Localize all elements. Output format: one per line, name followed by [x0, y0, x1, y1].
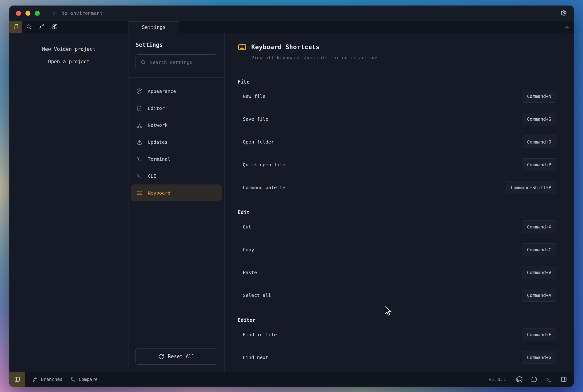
statusbar-compare[interactable]: Compare [70, 376, 98, 382]
terminal-icon [136, 156, 142, 162]
shortcut-label: Quick open file [243, 162, 286, 168]
download-icon [136, 139, 142, 145]
shortcut-label: Copy [243, 247, 254, 252]
sidebar-item-terminal[interactable]: Terminal [131, 150, 222, 168]
git-compare-icon [70, 376, 76, 382]
statusbar-compare-label: Compare [79, 377, 98, 382]
shortcut-badge: Command+Shift+P [506, 181, 556, 194]
sidebar-item-label: Keyboard [148, 190, 170, 196]
header-divider [238, 68, 556, 68]
zoom-window-button[interactable] [35, 11, 40, 16]
shortcut-badge: Command+N [522, 90, 556, 102]
shortcut-label: Paste [243, 270, 257, 275]
chevron-right-icon [51, 10, 56, 16]
shortcut-label: Find next [243, 354, 268, 360]
page-subtitle: View all keyboard shortcuts for quick ac… [251, 55, 556, 60]
github-icon[interactable] [516, 376, 522, 382]
shortcut-badge: Command+C [522, 243, 556, 256]
palette-icon [136, 88, 142, 94]
git-branch-icon [32, 376, 38, 382]
settings-category-list: Appearance Editor Network [128, 78, 224, 202]
statusbar-branches[interactable]: Branches [32, 376, 62, 382]
section-title-file: File [238, 79, 556, 85]
shortcut-label: Select all [243, 292, 271, 298]
search-button[interactable] [22, 21, 35, 33]
shortcut-row: Save file Command+S [238, 108, 556, 130]
terminal-icon[interactable] [546, 376, 552, 382]
files-button[interactable] [10, 21, 22, 33]
open-project-link[interactable]: Open a project [10, 56, 128, 68]
sidebar-item-network[interactable]: Network [131, 117, 222, 134]
settings-panel-title: Settings [136, 42, 218, 48]
section-title-edit: Edit [238, 210, 556, 215]
shortcut-row: Select all Command+A [238, 284, 556, 306]
shortcut-row: Quick open file Command+P [238, 153, 556, 176]
shortcut-label: Cut [243, 224, 251, 230]
shortcut-row: New file Command+N [238, 85, 556, 108]
shortcut-badge: Command+P [522, 158, 556, 171]
shortcut-row: Paste Command+V [238, 261, 556, 284]
sidebar-item-label: Editor [148, 106, 165, 111]
shortcut-row: Cut Command+X [238, 215, 556, 238]
shortcut-badge: Command+V [522, 266, 556, 279]
shortcut-label: New file [243, 94, 266, 99]
tab-settings[interactable]: Settings [128, 21, 179, 33]
shortcut-badge: Command+O [522, 136, 556, 148]
shortcut-row: Find next Command+G [238, 346, 556, 369]
shortcut-badge: Command+A [522, 289, 556, 302]
reset-all-button[interactable]: Reset All [136, 348, 218, 365]
activity-bar [10, 21, 128, 33]
page-title: Keyboard Shortcuts [251, 44, 320, 50]
blocks-icon [52, 24, 58, 30]
status-bar: Branches Compare v1.0.1 [10, 372, 574, 386]
shortcut-label: Command palette [243, 185, 286, 190]
file-text-icon [136, 105, 142, 111]
sidebar-item-updates[interactable]: Updates [131, 134, 222, 150]
extensions-button[interactable] [48, 21, 61, 33]
sidebar-item-editor[interactable]: Editor [131, 100, 222, 117]
shortcut-row: Copy Command+C [238, 238, 556, 261]
settings-search-input[interactable] [150, 60, 212, 65]
sidebar-item-appearance[interactable]: Appearance [131, 83, 222, 100]
network-icon [136, 122, 142, 128]
terminal-icon [136, 173, 142, 179]
settings-sidebar: Settings Appearance [128, 33, 225, 372]
app-window: No environment [10, 6, 574, 386]
branches-button[interactable] [35, 21, 48, 33]
panel-right-icon[interactable] [561, 376, 567, 382]
sidebar-item-label: Terminal [148, 156, 170, 162]
shortcut-row: Command palette Command+Shift+P [238, 176, 556, 199]
sidebar-item-label: Network [148, 122, 168, 128]
reset-all-label: Reset All [168, 354, 195, 359]
shortcut-label: Save file [243, 116, 268, 122]
shortcut-badge: Command+X [522, 220, 556, 233]
new-project-link[interactable]: New Voiden project [10, 43, 128, 56]
keyboard-shortcuts-panel: Keyboard Shortcuts View all keyboard sho… [225, 33, 574, 372]
keyboard-icon [136, 190, 142, 196]
minimize-window-button[interactable] [26, 11, 30, 16]
git-branch-icon [39, 24, 45, 30]
shortcut-label: Open folder [243, 139, 274, 145]
traffic-lights [16, 11, 40, 16]
sidebar-item-label: CLI [148, 173, 156, 179]
search-icon [26, 24, 32, 30]
sidebar-item-label: Appearance [148, 88, 176, 94]
panel-left-icon [14, 376, 20, 382]
sidebar-item-keyboard[interactable]: Keyboard [131, 184, 222, 202]
chat-bubble-icon[interactable] [531, 376, 537, 382]
shortcut-label: Find in file [243, 332, 277, 338]
add-tab-button[interactable]: + [560, 21, 574, 33]
close-window-button[interactable] [16, 11, 21, 16]
tab-label: Settings [142, 24, 166, 30]
statusbar-branches-label: Branches [41, 377, 62, 382]
environment-label[interactable]: No environment [62, 10, 103, 16]
search-icon [140, 60, 146, 65]
app-version: v1.0.1 [489, 377, 506, 382]
settings-search[interactable] [136, 54, 218, 70]
shortcut-badge: Command+S [522, 113, 556, 126]
gear-icon[interactable] [560, 10, 567, 16]
tab-bar: Settings + [10, 21, 574, 33]
toggle-sidebar-button[interactable] [10, 372, 25, 386]
shortcut-row: Open folder Command+O [238, 130, 556, 153]
sidebar-item-cli[interactable]: CLI [131, 168, 222, 184]
